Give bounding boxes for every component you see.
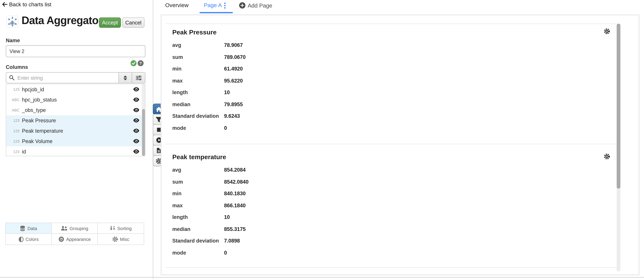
panel-title: Peak Pressure [172,29,610,36]
column-name: _obs_type [22,107,133,113]
stat-value: 10 [224,90,230,95]
stat-label: sum [172,179,224,185]
visibility-eye-icon[interactable] [133,108,139,112]
tab-label: Misc [120,237,130,241]
stat-value: 840.1830 [224,191,246,196]
column-type-badge: 123 [10,87,20,91]
check-circle-icon [130,60,137,66]
columns-filter-button[interactable] [132,73,145,83]
stop-icon [157,128,161,132]
columns-search-input[interactable] [16,75,118,81]
sort-arrows-icon [124,75,127,80]
gear-icon [112,236,118,242]
column-row-peak-pressure[interactable]: 123 Peak Pressure [6,115,145,126]
stat-label: avg [172,42,224,48]
tab-colors[interactable]: Colors [5,233,52,245]
stat-value: 854.2084 [224,167,246,173]
search-icon [9,75,14,80]
stat-label: Standard deviation [172,238,224,244]
column-row-obs-type[interactable]: ABC _obs_type [6,105,145,115]
stat-row-min: min840.1830 [172,188,610,199]
columns-sort-button[interactable] [118,73,132,83]
filter-sliders-icon [136,75,142,80]
back-arrow-icon [2,2,7,7]
column-name: Peak temperature [22,128,133,134]
visibility-eye-icon[interactable] [133,149,139,154]
stat-row-length: length10 [172,211,610,223]
cancel-button[interactable]: Cancel [122,17,144,28]
stat-label: avg [172,167,224,173]
stat-label: mode [172,250,224,256]
tab-sorting[interactable]: Sorting [97,222,144,234]
stat-row-mode: mode0 [172,247,610,259]
tab-appearance[interactable]: Appearance [51,233,98,245]
back-link-label: Back to charts list [9,1,51,8]
tab-grouping[interactable]: Grouping [51,222,98,234]
columns-search-bar [6,72,145,83]
stat-row-mode: mode0 [172,122,610,134]
panel-title: Peak temperature [172,153,610,161]
column-name: Peak Pressure [22,118,133,123]
add-page-label: Add Page [248,2,272,9]
stat-value: 9.6243 [224,113,240,119]
column-type-badge: 123 [10,139,20,143]
column-row-peak-volume[interactable]: 123 Peak Volume [6,136,145,146]
stat-value: 95.6220 [224,78,243,84]
stat-value: 61.4920 [224,66,243,72]
stat-label: median [172,102,224,107]
users-icon [61,226,68,231]
stat-value: 7.0898 [224,238,240,244]
contrast-icon [18,236,23,242]
panel-settings-gear-icon[interactable] [604,28,610,35]
stat-value: 0 [224,250,227,256]
stat-row-median: median79.8955 [172,99,610,110]
tab-overview[interactable]: Overview [165,2,189,8]
name-section-label: Name [6,38,20,44]
visibility-eye-icon[interactable] [133,97,139,102]
column-row-peak-temperature[interactable]: 123 Peak temperature [6,126,145,136]
columns-status-icons: ? [130,60,144,66]
tab-misc[interactable]: Misc [97,233,144,245]
column-type-badge: 123 [10,118,20,122]
view-name-input[interactable] [6,45,145,57]
sort-icon [110,226,115,231]
plus-circle-icon [239,2,246,9]
page-scrollbar-thumb[interactable] [617,24,620,189]
back-to-charts-link[interactable]: Back to charts list [2,1,51,8]
stat-row-length: length10 [172,87,610,98]
visibility-eye-icon[interactable] [133,87,139,92]
tab-label: Appearance [66,237,91,241]
page-menu-kebab-icon[interactable] [224,3,226,10]
add-page-button[interactable]: Add Page [239,2,272,9]
stat-label: mode [172,125,224,131]
stat-row-max: max866.1840 [172,200,610,211]
panel-settings-gear-icon[interactable] [604,153,610,160]
stat-value: 10 [224,214,230,220]
stat-label: Standard deviation [172,113,224,119]
visibility-eye-icon[interactable] [133,129,139,133]
stat-row-max: max95.6220 [172,75,610,87]
column-type-badge: 123 [10,129,20,133]
config-tabs: Data Grouping Sorting Colors [6,223,144,245]
column-row-hpcjob-id[interactable]: 123 hpcjob_id [6,84,145,95]
tab-data[interactable]: Data [5,222,52,234]
question-circle-icon[interactable]: ? [138,60,144,66]
tab-label: Data [28,226,37,231]
stat-label: max [172,78,224,84]
columns-list: 123 hpcjob_id ABC hpc_job_status ABC _ob… [6,84,145,156]
visibility-eye-icon[interactable] [133,139,139,143]
stat-row-avg: avg78.9067 [172,39,610,51]
column-row-hpc-job-status[interactable]: ABC hpc_job_status [6,95,145,105]
visibility-eye-icon[interactable] [133,118,139,123]
svg-text:?: ? [139,61,142,66]
column-name: hpcjob_id [22,87,133,92]
tab-page-a[interactable]: Page A [204,2,222,8]
columns-list-scrollbar-thumb[interactable] [142,109,145,156]
stat-value: 0 [224,125,227,131]
accept-button[interactable]: Accept [99,17,121,28]
stats-table: avg78.9067 sum789.0670 min61.4920 max95.… [172,39,610,134]
column-row-id[interactable]: 123 id [6,146,145,156]
stat-label: length [172,90,224,95]
tab-label: Grouping [70,226,88,231]
column-name: id [22,149,133,154]
